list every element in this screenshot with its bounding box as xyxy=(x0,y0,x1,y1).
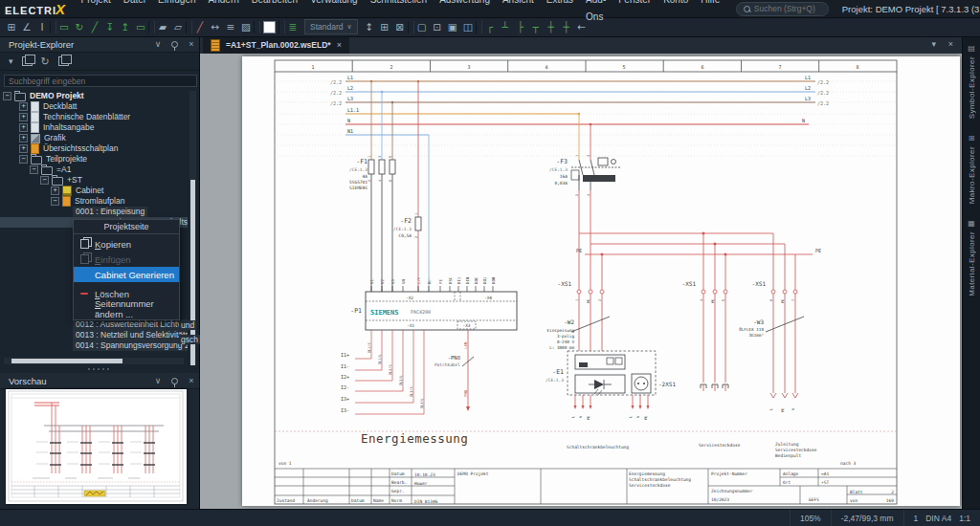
refresh-icon[interactable]: ↻ xyxy=(41,55,50,68)
menu-item-cabinet-generieren[interactable]: Cabinet Generieren xyxy=(74,267,179,282)
menu-item[interactable]: Bearbeiten xyxy=(245,0,303,26)
vertical-tab[interactable]: ▦ Material-Explorer xyxy=(963,211,980,304)
toolbar-icon[interactable]: ▭ xyxy=(56,19,72,34)
svg-text:Zeichnungsnummer: Zeichnungsnummer xyxy=(711,489,753,493)
tree-search-input[interactable] xyxy=(4,75,197,87)
menu-item[interactable]: Add-Ons xyxy=(580,0,612,26)
expand-icon[interactable] xyxy=(19,102,28,111)
expand-icon[interactable] xyxy=(19,113,28,121)
tree-vertical-scrollbar[interactable] xyxy=(189,91,196,394)
menu-item-kopieren[interactable]: Kopieren xyxy=(74,236,179,252)
collapse-icon[interactable] xyxy=(19,155,28,164)
document-tab-active[interactable]: =A1+ST_Plan.0002.wsELD* × xyxy=(203,36,349,54)
expand-icon[interactable] xyxy=(19,123,28,132)
menu-item-seitennummer[interactable]: Seitennummer ändern ... xyxy=(74,301,179,317)
tree-item-a1[interactable]: =A1 xyxy=(0,164,188,175)
svg-text:L1: L1 xyxy=(805,75,811,80)
pin-icon[interactable] xyxy=(171,41,178,48)
svg-text:10.10.23: 10.10.23 xyxy=(414,472,435,477)
preview-panel: Vorschau ∨ × xyxy=(0,373,199,509)
menu-item[interactable]: Ansicht xyxy=(496,0,540,26)
tab-list-caret-icon[interactable]: ▾ xyxy=(931,39,936,49)
new-window-icon[interactable] xyxy=(22,56,33,66)
component-f2: 1 2 -F2 /CE:1.3 C0,5A xyxy=(393,81,421,292)
folder-icon xyxy=(52,177,63,186)
close-icon[interactable]: × xyxy=(184,39,199,49)
menu-item[interactable]: Einfügen xyxy=(152,0,202,26)
svg-text:-W3: -W3 xyxy=(753,318,764,325)
svg-text:I3-: I3- xyxy=(341,407,349,413)
chevron-down-icon[interactable]: ∨ xyxy=(150,39,166,49)
close-icon[interactable]: × xyxy=(184,376,199,385)
toolbar-icon[interactable]: I xyxy=(34,19,50,34)
tree-item-technische-datenblaetter[interactable]: Technische Datenblätter xyxy=(0,112,188,122)
svg-text:PE: PE xyxy=(644,416,648,420)
tree-item-page-0014[interactable]: 0014 : Spannungsversorgung 24VDC xyxy=(0,340,188,351)
cursor-coordinates: -2,47/99,3 mm xyxy=(831,510,903,526)
tree-item-page-0001[interactable]: 0001 : Einspeisung xyxy=(0,207,188,217)
tree-item-inhaltsangabe[interactable]: Inhaltsangabe xyxy=(0,122,188,133)
menu-item[interactable]: Auswertung xyxy=(434,0,497,26)
panel-title: Vorschau xyxy=(0,376,150,386)
chevron-down-icon[interactable]: ∨ xyxy=(150,376,166,385)
tree-item-demo-projekt[interactable]: DEMO Projekt xyxy=(0,91,188,101)
tree-horizontal-scrollbar[interactable] xyxy=(4,358,184,364)
expand-icon[interactable] xyxy=(51,186,59,195)
svg-text:Ort: Ort xyxy=(783,480,791,485)
toolbar-icon[interactable]: ⊞ xyxy=(4,19,19,34)
tree-item-st[interactable]: +ST xyxy=(0,175,188,186)
collapse-icon[interactable] xyxy=(51,197,59,206)
toolbar-icon[interactable]: ∠ xyxy=(19,19,34,34)
tree-item-page-0013[interactable]: 0013 : Netzteil und Selektivitätsmodul xyxy=(0,330,188,340)
svg-text:IL2/L: IL2/L xyxy=(399,375,403,385)
tree-item-page-0012[interactable]: 0012 : Auswerteeinheit Lichtvorhang xyxy=(0,319,188,330)
tree-item-cabinet[interactable]: Cabinet xyxy=(0,186,188,196)
right-explorer-strip: ▤ Symbol-Explorer ⊞ Makro-Explorer ▦ Mat… xyxy=(962,36,980,509)
tree-item-teilprojekte[interactable]: Teilprojekte xyxy=(0,154,188,164)
close-icon[interactable]: × xyxy=(337,40,342,50)
pin-icon[interactable] xyxy=(171,378,178,384)
svg-text:1: 1 xyxy=(311,64,314,70)
collapse-icon[interactable] xyxy=(3,92,11,100)
menu-item[interactable]: Verwaltung xyxy=(304,0,364,26)
search-input[interactable] xyxy=(754,4,821,13)
filter-caret-icon[interactable]: ▾ xyxy=(9,56,13,66)
menu-item-einfuegen[interactable]: Einfügen xyxy=(74,252,179,267)
expand-icon[interactable] xyxy=(19,134,28,142)
page-icon xyxy=(31,101,39,112)
collapse-icon[interactable] xyxy=(40,176,49,185)
svg-text:I2-: I2- xyxy=(341,384,349,390)
tree-item-uebersichtsschaltplan[interactable]: Übersichtsschaltplan xyxy=(0,143,188,154)
menu-item[interactable]: Hilfe xyxy=(695,0,726,26)
menu-item[interactable]: Extras xyxy=(540,0,579,26)
svg-text:/2.2: /2.2 xyxy=(330,79,342,85)
menu-item[interactable]: Datei xyxy=(117,0,151,26)
vertical-tab[interactable]: ▤ Symbol-Explorer xyxy=(963,36,980,126)
close-icon[interactable]: × xyxy=(948,39,953,49)
drawing-canvas[interactable]: 12 34 56 78 xyxy=(199,54,963,509)
svg-text:PE: PE xyxy=(781,408,785,412)
zoom-level[interactable]: 105% xyxy=(790,510,831,526)
menu-item[interactable]: Ändern xyxy=(202,0,245,26)
scrollbar-thumb[interactable] xyxy=(11,359,122,363)
schematic-page[interactable]: 12 34 56 78 xyxy=(242,56,960,506)
panel-splitter[interactable] xyxy=(0,365,199,373)
toolbar-icon[interactable] xyxy=(50,21,56,33)
svg-text:DI0: DI0 xyxy=(465,276,470,284)
expand-icon[interactable] xyxy=(19,144,28,153)
tree-item-grafik[interactable]: Grafik xyxy=(0,133,188,143)
scrollbar-thumb[interactable] xyxy=(190,180,195,388)
global-search[interactable] xyxy=(736,2,829,16)
svg-text:&EFS: &EFS xyxy=(809,497,819,502)
tree-item-stromlaufplan[interactable]: Stromlaufplan xyxy=(0,196,188,207)
menu-item[interactable]: Fenster xyxy=(612,0,657,26)
preview-thumbnail[interactable] xyxy=(6,389,187,504)
menu-item[interactable]: Projekt xyxy=(75,0,117,26)
tree-item-deckblatt[interactable]: Deckblatt xyxy=(0,101,188,112)
menu-item[interactable]: Konto xyxy=(657,0,695,26)
title-block-text: Datum10.10.23 Bearb.Huwer Gepr. NormDIN … xyxy=(277,471,894,504)
collapse-icon[interactable] xyxy=(30,165,38,174)
vertical-tab[interactable]: ⊞ Makro-Explorer xyxy=(963,126,980,211)
duplicate-icon[interactable] xyxy=(58,56,69,66)
menu-item[interactable]: Schnittstellen xyxy=(364,0,433,26)
